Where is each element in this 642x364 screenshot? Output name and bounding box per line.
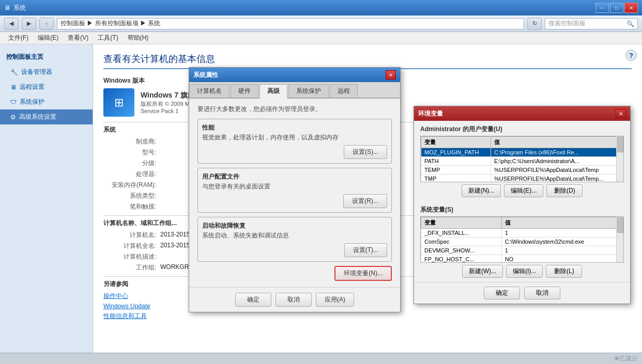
tab-bar: 计算机名 硬件 高级 系统保护 远程 (189, 82, 400, 99)
user-delete-button[interactable]: 删除(D) (546, 184, 583, 197)
sidebar-item-remote-settings[interactable]: 🖥 远程设置 (0, 80, 93, 94)
perf-settings-button[interactable]: 设置(S)... (344, 145, 387, 159)
menu-view[interactable]: 查看(V) (64, 33, 93, 43)
env-dialog-footer: 确定 取消 (414, 282, 630, 304)
tab-hardware[interactable]: 硬件 (231, 84, 258, 98)
perf-label: 性能 (202, 123, 387, 132)
user-vars-section: Administrator 的用户变量(U) 变量 值 MOZ_PLUGIN_P… (414, 121, 630, 201)
sidebar-label-remote: 远程设置 (20, 83, 44, 91)
user-edit-button[interactable]: 编辑(E)... (504, 184, 543, 197)
sys-props-apply-button[interactable]: 应用(A) (316, 293, 354, 307)
sys-props-ok-button[interactable]: 确定 (235, 293, 271, 307)
up-button[interactable]: ↑ (39, 18, 54, 30)
menu-file[interactable]: 文件(F) (4, 33, 33, 43)
sys-vars-scrollbar[interactable] (616, 217, 623, 262)
menu-tools[interactable]: 工具(T) (94, 33, 122, 43)
sys-props-footer: 确定 取消 应用(A) (189, 287, 400, 312)
env-dialog-title-bar: 环境变量 ✕ (414, 106, 630, 121)
env-dialog-close-button[interactable]: ✕ (616, 109, 626, 118)
title-bar-left: 🖥 系统 (4, 4, 26, 12)
grade-label: 分级: (103, 159, 160, 168)
search-placeholder: 搜索控制面板 (548, 19, 586, 28)
address-bar: ◀ ▶ ↑ 控制面板 ▶ 所有控制面板项 ▶ 系统 ↻ 搜索控制面板 🔍 (0, 15, 642, 32)
title-bar: 🖥 系统 ─ □ ✕ (0, 0, 642, 15)
address-path[interactable]: 控制面板 ▶ 所有控制面板项 ▶ 系统 (57, 18, 524, 29)
maximize-button[interactable]: □ (610, 3, 623, 13)
desc-label: 计算机描述: (103, 252, 160, 261)
user-profile-label: 用户配置文件 (202, 172, 387, 181)
system-properties-dialog: 系统属性 ✕ 计算机名 硬件 高级 系统保护 远程 要进行大多数更改，您必须作为… (189, 67, 401, 312)
sidebar-item-system-protection[interactable]: 🛡 系统保护 (0, 94, 93, 109)
sys-vars-table-container: 变量 值 _DFX_INSTALL...1ComSpecC:\Windows\s… (420, 216, 624, 263)
user-profile-settings-button[interactable]: 设置(R)... (343, 194, 387, 208)
user-new-button[interactable]: 新建(N)... (462, 184, 501, 197)
sys-props-close-button[interactable]: ✕ (386, 70, 396, 80)
advanced-settings-icon: ⚙ (10, 114, 16, 121)
sys-var-row[interactable]: FP_NO_HOST_C...NO (421, 255, 623, 263)
window-title: 系统 (13, 4, 26, 12)
menu-help[interactable]: 帮助(H) (124, 33, 153, 43)
user-vars-title: Administrator 的用户变量(U) (420, 125, 624, 134)
env-ok-button[interactable]: 确定 (484, 287, 520, 299)
perf-desc: 视觉效果，处理器计划，内存使用，以及虚拟内存 (202, 133, 387, 142)
tab-system-protection[interactable]: 系统保护 (288, 84, 329, 98)
sys-var-row[interactable]: _DFX_INSTALL...1 (421, 229, 623, 238)
address-text: 控制面板 ▶ 所有控制面板项 ▶ 系统 (60, 19, 160, 28)
sys-new-button[interactable]: 新建(W)... (462, 265, 503, 278)
back-button[interactable]: ◀ (4, 18, 19, 30)
sys-vars-table: 变量 值 _DFX_INSTALL...1ComSpecC:\Windows\s… (421, 217, 623, 263)
user-var-row[interactable]: TMP%USERPROFILE%\AppData\Local\Temp... (421, 175, 623, 183)
refresh-button[interactable]: ↻ (527, 18, 542, 30)
env-dialog-title: 环境变量 (418, 109, 443, 118)
user-var-col-value: 值 (491, 137, 623, 148)
user-profile-section: 用户配置文件 与您登录有关的桌面设置 设置(R)... (197, 168, 392, 213)
type-label: 系统类型: (103, 192, 160, 200)
user-vars-table-container: 变量 值 MOZ_PLUGIN_PATHC:\Program Files (x8… (420, 136, 624, 182)
sidebar-title: 控制面板主页 (0, 50, 93, 65)
startup-settings-button[interactable]: 设置(T)... (344, 243, 387, 257)
sys-props-cancel-button[interactable]: 取消 (276, 293, 312, 307)
sys-vars-scrollbar-thumb (617, 217, 623, 233)
manufacturer-label: 制造商: (103, 137, 160, 146)
env-var-button[interactable]: 环境变量(N)... (334, 266, 392, 281)
sys-var-row[interactable]: DEVMGR_SHOW...1 (421, 246, 623, 255)
menu-bar: 文件(F) 编辑(E) 查看(V) 工具(T) 帮助(H) (0, 32, 642, 44)
processor-label: 处理器: (103, 170, 160, 179)
sidebar-label-protection: 系统保护 (20, 98, 44, 106)
user-vars-scrollbar[interactable] (616, 136, 623, 182)
minimize-button[interactable]: ─ (595, 3, 609, 13)
remote-settings-icon: 🖥 (10, 84, 17, 91)
sys-props-title-bar: 系统属性 ✕ (189, 68, 400, 82)
tab-computer-name[interactable]: 计算机名 (189, 84, 230, 98)
user-var-row[interactable]: MOZ_PLUGIN_PATHC:\Program Files (x86)\Fo… (421, 148, 623, 157)
device-manager-icon: 🔧 (10, 69, 18, 76)
env-cancel-button[interactable]: 取消 (524, 287, 560, 299)
performance-link[interactable]: 性能信息和工具 (103, 312, 632, 321)
sys-props-body: 要进行大多数更改，您必须作为管理员登录。 性能 视觉效果，处理器计划，内存使用，… (189, 99, 400, 287)
tab-advanced[interactable]: 高级 (259, 84, 287, 99)
sidebar: 控制面板主页 🔧 设备管理器 🖥 远程设置 🛡 系统保护 ⚙ 高级系统设置 (0, 44, 93, 364)
user-var-row[interactable]: PATHE:\php;C:\Users\Administrator\A... (421, 157, 623, 166)
close-button[interactable]: ✕ (624, 3, 638, 13)
search-icon: 🔍 (626, 20, 634, 27)
sys-vars-title: 系统变量(S) (420, 205, 624, 214)
window-controls: ─ □ ✕ (595, 3, 638, 13)
search-box[interactable]: 搜索控制面板 🔍 (545, 18, 638, 29)
bottom-bar: ❀亿速云 (0, 353, 642, 364)
sidebar-item-device-manager[interactable]: 🔧 设备管理器 (0, 65, 93, 80)
user-vars-buttons: 新建(N)... 编辑(E)... 删除(D) (420, 184, 624, 197)
user-var-row[interactable]: TEMP%USERPROFILE%\AppData\Local\Temp (421, 166, 623, 175)
user-vars-table: 变量 值 MOZ_PLUGIN_PATHC:\Program Files (x8… (421, 136, 623, 182)
sys-var-row[interactable]: ComSpecC:\Windows\system32\cmd.exe (421, 238, 623, 246)
help-button[interactable]: ? (625, 50, 637, 61)
menu-edit[interactable]: 编辑(E) (34, 33, 63, 43)
env-variables-dialog: 环境变量 ✕ Administrator 的用户变量(U) 变量 值 MOZ_P… (414, 106, 631, 304)
forward-button[interactable]: ▶ (22, 18, 36, 30)
performance-section: 性能 视觉效果，处理器计划，内存使用，以及虚拟内存 设置(S)... (197, 119, 392, 164)
sidebar-item-advanced-settings[interactable]: ⚙ 高级系统设置 (0, 109, 93, 124)
tab-remote[interactable]: 远程 (330, 84, 358, 98)
sys-edit-button[interactable]: 编辑(I)... (506, 265, 543, 278)
pen-touch-label: 笔和触摸: (103, 202, 160, 211)
sys-delete-button[interactable]: 删除(L) (546, 265, 582, 278)
user-profile-desc: 与您登录有关的桌面设置 (202, 182, 387, 191)
